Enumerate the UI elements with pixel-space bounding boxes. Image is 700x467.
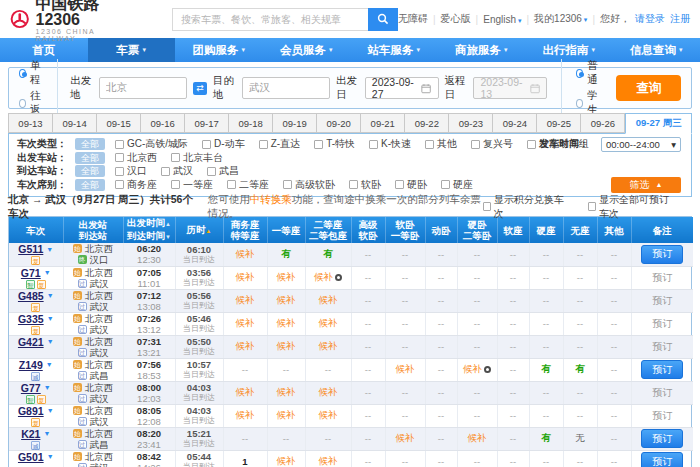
search-button[interactable]	[368, 8, 398, 31]
transfer-link[interactable]: 中转换乘	[250, 193, 292, 205]
top-link-2[interactable]: English ▾	[483, 14, 521, 25]
date-tab-09-14[interactable]: 09-14	[53, 113, 97, 133]
filter-option-商务座[interactable]: 商务座	[115, 178, 157, 192]
nav-item-商旅服务[interactable]: 商旅服务▾	[438, 38, 526, 62]
register-link[interactable]: 注册	[670, 12, 690, 26]
filter-submit-button[interactable]: 筛选▲	[611, 177, 681, 193]
train-link-G501[interactable]: G501	[18, 451, 44, 463]
results-checkbox-0[interactable]: 显示积分兑换车次	[483, 193, 564, 221]
departure-time-select[interactable]: 00:00--24:00▾	[601, 137, 681, 152]
filter-option-硬座[interactable]: 硬座	[441, 178, 473, 192]
filter-all-badge[interactable]: 全部	[75, 165, 105, 177]
from-city-input[interactable]	[99, 77, 187, 99]
train-link-G485[interactable]: G485	[18, 290, 44, 302]
chevron-down-icon[interactable]: ▼	[46, 246, 53, 253]
chevron-down-icon[interactable]: ▼	[47, 407, 54, 414]
chevron-down-icon[interactable]: ▼	[47, 338, 54, 345]
return-date-input[interactable]: 2023-09-13	[473, 77, 547, 99]
train-link-G335[interactable]: G335	[18, 313, 44, 325]
filter-option-北京丰台[interactable]: 北京丰台	[171, 151, 223, 165]
seat-cell: --	[305, 427, 351, 450]
train-link-G891[interactable]: G891	[18, 405, 44, 417]
filter-option-GC-高铁/城际[interactable]: GC-高铁/城际	[115, 137, 188, 151]
chevron-down-icon[interactable]: ▼	[46, 361, 53, 368]
nav-item-会员服务[interactable]: 会员服务▾	[263, 38, 351, 62]
checkbox-icon	[314, 140, 323, 149]
duration-cell: 05:56当日到达	[175, 289, 223, 312]
date-tab-09-21[interactable]: 09-21	[361, 113, 405, 133]
origin-station: 始北京西	[64, 336, 123, 347]
filter-option-D-动车[interactable]: D-动车	[202, 137, 245, 151]
nav-item-信息查询[interactable]: 信息查询▾	[613, 38, 700, 62]
nav-item-站车服务[interactable]: 站车服务▾	[350, 38, 438, 62]
filter-option-硬卧[interactable]: 硬卧	[395, 178, 427, 192]
date-tab-09-16[interactable]: 09-16	[141, 113, 185, 133]
book-button[interactable]: 预订	[641, 245, 683, 264]
top-link-1[interactable]: 爱心版	[441, 12, 471, 26]
date-tab-09-25[interactable]: 09-25	[537, 113, 581, 133]
filter-all-badge[interactable]: 全部	[75, 179, 105, 191]
filter-option-武昌[interactable]: 武昌	[207, 164, 239, 178]
chevron-down-icon[interactable]: ▼	[47, 453, 54, 460]
nav-item-团购服务[interactable]: 团购服务▾	[175, 38, 263, 62]
header-line: 一等座	[268, 225, 305, 236]
filter-option-K-快速[interactable]: K-快速	[369, 137, 411, 151]
date-tab-09-24[interactable]: 09-24	[493, 113, 537, 133]
date-tab-09-19[interactable]: 09-19	[273, 113, 317, 133]
date-tab-09-20[interactable]: 09-20	[317, 113, 361, 133]
chevron-down-icon[interactable]: ▼	[43, 430, 50, 437]
nav-item-车票[interactable]: 车票▾	[88, 38, 176, 62]
train-link-G77[interactable]: G77	[21, 382, 41, 394]
book-button[interactable]: 预订	[641, 429, 683, 448]
column-header-历时[interactable]: 历时▲	[175, 217, 223, 243]
filter-option-T-特快[interactable]: T-特快	[314, 137, 355, 151]
search-input[interactable]	[172, 8, 368, 31]
filter-option-一等座[interactable]: 一等座	[171, 178, 213, 192]
date-tab-09-13[interactable]: 09-13	[8, 113, 53, 133]
filter-option-武汉[interactable]: 武汉	[161, 164, 193, 178]
filter-all-badge[interactable]: 全部	[75, 152, 105, 164]
filter-option-复兴号[interactable]: 复兴号	[471, 137, 513, 151]
filter-all-badge[interactable]: 全部	[75, 138, 105, 150]
book-button-disabled: 预订	[652, 318, 672, 329]
filter-option-其他[interactable]: 其他	[425, 137, 457, 151]
filter-option-软卧[interactable]: 软卧	[349, 178, 381, 192]
column-header-出发时间到达时间[interactable]: 出发时间▲到达时间▼	[123, 217, 175, 243]
date-tab-09-15[interactable]: 09-15	[97, 113, 141, 133]
login-link[interactable]: 请登录	[635, 12, 665, 26]
depart-date-input[interactable]: 2023-09-27	[365, 77, 439, 99]
train-link-K21[interactable]: K21	[21, 428, 40, 440]
chevron-down-icon[interactable]: ▼	[47, 292, 54, 299]
chevron-down-icon[interactable]: ▼	[47, 315, 54, 322]
seat-cell: --	[563, 381, 597, 404]
normal-passenger-radio[interactable]: 普通	[576, 59, 602, 87]
train-link-Z149[interactable]: Z149	[19, 359, 43, 371]
chevron-down-icon[interactable]: ▼	[44, 384, 51, 391]
query-button[interactable]: 查询	[616, 75, 681, 101]
date-tab-09-23[interactable]: 09-23	[449, 113, 493, 133]
train-link-G511[interactable]: G511	[18, 243, 43, 255]
train-link-G421[interactable]: G421	[18, 336, 44, 348]
train-link-G71[interactable]: G71	[21, 267, 41, 279]
date-tab-09-26[interactable]: 09-26	[581, 113, 625, 133]
seat-availability: --	[510, 272, 516, 283]
date-tab-09-17[interactable]: 09-17	[185, 113, 229, 133]
date-tab-active[interactable]: 09-27 周三	[625, 113, 692, 134]
to-city-input[interactable]	[242, 77, 330, 99]
top-link-3[interactable]: 我的12306 ▾	[534, 12, 587, 26]
one-way-radio[interactable]: 单程	[19, 59, 45, 87]
filter-option-汉口[interactable]: 汉口	[115, 164, 147, 178]
filter-option-北京西[interactable]: 北京西	[115, 151, 157, 165]
top-link-0[interactable]: 无障碍	[398, 12, 428, 26]
swap-cities-icon[interactable]: ⇄	[193, 82, 207, 95]
date-tab-09-18[interactable]: 09-18	[229, 113, 273, 133]
book-button[interactable]: 预订	[641, 452, 683, 467]
filter-option-Z-直达[interactable]: Z-直达	[259, 137, 300, 151]
filter-option-二等座[interactable]: 二等座	[227, 178, 269, 192]
date-tab-09-22[interactable]: 09-22	[405, 113, 449, 133]
filter-option-高级软卧[interactable]: 高级软卧	[283, 178, 335, 192]
train-badge-复: 复	[31, 303, 40, 312]
chevron-down-icon[interactable]: ▼	[44, 269, 51, 276]
results-checkbox-1[interactable]: 显示全部可预订车次	[588, 193, 678, 221]
book-button[interactable]: 预订	[641, 360, 683, 379]
